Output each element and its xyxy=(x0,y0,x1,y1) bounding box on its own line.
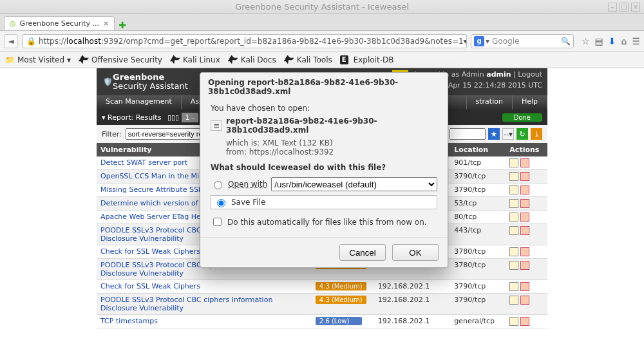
chevron-down-icon: ▾ xyxy=(67,55,71,64)
downloads-icon[interactable]: ⬇ xyxy=(609,36,616,46)
override-icon[interactable] xyxy=(520,261,529,270)
override-icon[interactable] xyxy=(520,282,529,291)
menu-icon[interactable]: ☰ xyxy=(632,36,640,46)
host-cell: 192.168.202.1 xyxy=(374,280,450,294)
port-cell: 80/tcp xyxy=(450,211,506,224)
note-icon[interactable] xyxy=(509,261,518,270)
host-cell: 192.168.202.1 xyxy=(374,294,450,315)
override-icon[interactable] xyxy=(520,226,529,235)
maximize-button[interactable]: □ xyxy=(620,3,629,12)
secondary-input[interactable] xyxy=(450,128,486,140)
dialog-filename: report-b82a186a-9b82-41e6-9b30-38b1c0d38… xyxy=(226,117,437,135)
brand-line2: Security Assistant xyxy=(113,81,188,91)
new-tab-button[interactable]: ✚ xyxy=(118,20,126,30)
bookmark-kali-tools[interactable]: Kali Tools xyxy=(284,55,332,64)
note-icon[interactable] xyxy=(509,226,518,235)
actions-cell xyxy=(506,156,547,170)
remember-label: Do this automatically for files like thi… xyxy=(227,218,427,227)
download-dialog: Opening report-b82a186a-9b82-41e6-9b30-3… xyxy=(200,72,448,268)
logout-link[interactable]: Logout xyxy=(518,70,542,79)
home-icon[interactable]: ⌂ xyxy=(621,36,627,46)
vuln-link[interactable]: POODLE SSLv3 Protocol CBC ciphers Inform… xyxy=(100,296,272,312)
actions-cell xyxy=(506,184,547,197)
export-icon[interactable]: ⤓ xyxy=(531,128,542,140)
note-icon[interactable] xyxy=(509,158,518,167)
override-icon[interactable] xyxy=(520,317,529,326)
override-icon[interactable] xyxy=(520,172,529,181)
note-icon[interactable] xyxy=(509,172,518,181)
note-icon[interactable] xyxy=(509,247,518,256)
vuln-link[interactable]: Detect SWAT server port xyxy=(100,158,187,167)
table-row: Check for SSL Weak Ciphers4.3 (Medium)19… xyxy=(97,280,547,294)
brand-line1: Greenbone xyxy=(113,72,164,82)
close-window-button[interactable]: × xyxy=(631,3,640,12)
cancel-button[interactable]: Cancel xyxy=(339,244,386,261)
note-icon[interactable] xyxy=(509,199,518,208)
ok-button[interactable]: OK xyxy=(392,244,439,261)
open-with-radio[interactable] xyxy=(214,181,222,189)
actions-cell xyxy=(506,245,547,259)
apply-filter-icon[interactable]: ★ xyxy=(488,128,500,140)
remember-checkbox[interactable] xyxy=(213,218,222,226)
override-icon[interactable] xyxy=(520,213,529,222)
browser-toolbar-icons: ☆ ▤ ⬇ ⌂ ☰ xyxy=(578,36,640,46)
override-icon[interactable] xyxy=(520,185,529,194)
nav-administration[interactable]: stration xyxy=(467,95,513,109)
vuln-link[interactable]: Check for SSL Weak Ciphers xyxy=(100,247,200,256)
search-box[interactable]: g ▾ Google 🔍 xyxy=(471,34,574,48)
refresh-icon[interactable]: ↻ xyxy=(516,128,528,140)
nav-scan-management[interactable]: Scan Management xyxy=(97,95,182,109)
override-icon[interactable] xyxy=(520,158,529,167)
note-icon[interactable] xyxy=(509,296,518,305)
override-icon[interactable] xyxy=(520,296,529,305)
note-icon[interactable] xyxy=(509,282,518,291)
override-icon[interactable] xyxy=(520,247,529,256)
port-cell: 901/tcp xyxy=(450,156,506,170)
col-actions[interactable]: Actions xyxy=(506,143,547,156)
search-engine-chevron-icon[interactable]: ▾ xyxy=(486,37,489,46)
vuln-link[interactable]: Check for SSL Weak Ciphers xyxy=(100,282,200,290)
dropdown-icon[interactable]: ▾ xyxy=(464,37,467,46)
library-icon[interactable]: ▤ xyxy=(595,36,603,46)
note-icon[interactable] xyxy=(509,185,518,194)
search-icon[interactable]: 🔍 xyxy=(561,37,571,46)
url-host: localhost xyxy=(66,37,101,46)
url-toolbar: ◄ 🔒 https:// localhost :9392/omp?cmd=get… xyxy=(0,31,644,52)
filter-label: Filter: xyxy=(102,130,122,138)
status-done: Done xyxy=(502,113,542,122)
actions-cell xyxy=(506,294,547,315)
back-button[interactable]: ◄ xyxy=(4,34,18,48)
port-cell: 3780/tcp xyxy=(450,245,506,259)
save-file-radio[interactable] xyxy=(217,199,225,207)
minimize-button[interactable]: – xyxy=(608,3,617,12)
port-cell: 3790/tcp xyxy=(450,294,506,315)
filter-dropdown[interactable]: --▾ xyxy=(502,128,514,140)
actions-cell xyxy=(506,224,547,245)
filter-input[interactable] xyxy=(126,128,209,140)
note-icon[interactable] xyxy=(509,317,518,326)
severity-cell: 4.3 (Medium) xyxy=(312,280,374,294)
bookmark-most-visited[interactable]: 📁 Most Visited ▾ xyxy=(5,55,71,64)
port-cell: 3780/tcp xyxy=(450,259,506,280)
table-row: TCP timestamps2.6 (Low)192.168.202.1gene… xyxy=(97,315,547,328)
open-with-select[interactable]: /usr/bin/iceweasel (default) xyxy=(271,177,437,191)
dialog-title: Opening report-b82a186a-9b82-41e6-9b30-3… xyxy=(200,73,448,101)
tab-close-icon[interactable]: × xyxy=(103,19,109,28)
url-input[interactable]: 🔒 https:// localhost :9392/omp?cmd=get_r… xyxy=(22,34,467,48)
vuln-link[interactable]: OpenSSL CCS Man in the Middle xyxy=(100,172,214,180)
bookmark-offensive-security[interactable]: Offensive Security xyxy=(79,55,162,64)
report-range: 1 - xyxy=(182,113,198,122)
bookmark-exploit-db[interactable]: E Exploit-DB xyxy=(340,55,394,64)
col-location[interactable]: Location xyxy=(450,143,506,156)
port-cell: general/tcp xyxy=(450,315,506,328)
tab-greenbone[interactable]: ◎ Greenbone Security ... × xyxy=(4,16,115,30)
note-icon[interactable] xyxy=(509,213,518,222)
port-cell: 443/tcp xyxy=(450,224,506,245)
vuln-link[interactable]: TCP timestamps xyxy=(100,317,158,325)
bookmark-kali-docs[interactable]: Kali Docs xyxy=(228,55,276,64)
nav-help[interactable]: Help xyxy=(513,95,547,109)
override-icon[interactable] xyxy=(520,199,529,208)
browser-tabs: ◎ Greenbone Security ... × ✚ xyxy=(0,14,644,31)
bookmark-kali-linux[interactable]: Kali Linux xyxy=(170,55,220,64)
bookmark-icon[interactable]: ☆ xyxy=(582,36,590,46)
